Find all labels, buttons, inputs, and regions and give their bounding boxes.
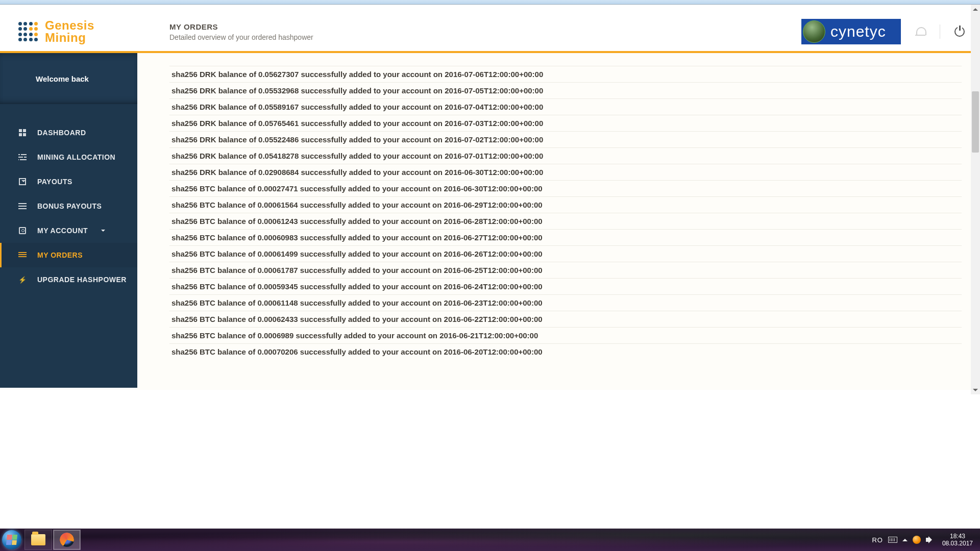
firefox-icon xyxy=(60,533,74,547)
sidebar-item-label: MINING ALLOCATION xyxy=(37,153,115,161)
sidebar-item-my-orders[interactable]: MY ORDERS xyxy=(0,243,137,267)
sliders-icon xyxy=(18,153,27,162)
order-row: sha256 BTC balance of 0.00061148 success… xyxy=(169,294,962,311)
order-row: sha256 BTC balance of 0.00027471 success… xyxy=(169,180,962,196)
order-row: sha256 DRK balance of 0.05418278 success… xyxy=(169,147,962,164)
order-row: sha256 DRK balance of 0.05522486 success… xyxy=(169,131,962,147)
content: sha256 DRK balance of 0.05627307 success… xyxy=(137,53,980,388)
separator xyxy=(940,24,940,39)
order-row: sha256 BTC balance of 0.00059345 success… xyxy=(169,278,962,294)
sidebar-item-label: BONUS PAYOUTS xyxy=(37,202,102,210)
page-subtitle: Detailed overview of your ordered hashpo… xyxy=(169,33,313,41)
order-row: sha256 BTC balance of 0.00062433 success… xyxy=(169,311,962,327)
header-title-block: MY ORDERS Detailed overview of your orde… xyxy=(169,22,313,41)
windows-logo-icon xyxy=(2,530,21,549)
order-row: sha256 BTC balance of 0.00061787 success… xyxy=(169,262,962,278)
folder-icon xyxy=(31,534,45,545)
browser-chrome-strip xyxy=(0,0,980,5)
sidebar-item-label: MY ORDERS xyxy=(37,251,83,259)
body: Welcome back DASHBOARD MINING ALLOCATION… xyxy=(0,53,980,388)
header-right: cynetyc xyxy=(801,19,965,44)
volume-icon[interactable] xyxy=(926,536,934,543)
order-row: sha256 DRK balance of 0.05627307 success… xyxy=(169,66,962,82)
sidebar-item-bonus-payouts[interactable]: BONUS PAYOUTS xyxy=(0,194,137,218)
taskbar-background xyxy=(0,529,980,551)
tray-app-icon[interactable] xyxy=(913,536,921,544)
show-hidden-icons[interactable] xyxy=(902,536,908,541)
browser-scrollbar[interactable] xyxy=(971,5,980,394)
clock-time: 18:43 xyxy=(942,533,973,540)
sidebar-item-label: DASHBOARD xyxy=(37,129,86,137)
dashboard-icon xyxy=(18,128,27,137)
order-row: sha256 DRK balance of 0.05765461 success… xyxy=(169,115,962,131)
order-row: sha256 BTC balance of 0.0006989 successf… xyxy=(169,327,962,343)
order-row: sha256 DRK balance of 0.05532968 success… xyxy=(169,82,962,98)
welcome-banner: Welcome back xyxy=(0,53,137,104)
header: Genesis Mining MY ORDERS Detailed overvi… xyxy=(0,12,980,53)
user-icon xyxy=(18,226,27,235)
sidebar-item-label: UPGRADE HASHPOWER xyxy=(37,276,127,284)
sidebar-item-mining-allocation[interactable]: MINING ALLOCATION xyxy=(0,145,137,169)
top-spacer xyxy=(0,5,980,12)
system-tray: RO 18:43 08.03.2017 xyxy=(872,533,980,547)
download-icon xyxy=(18,177,27,186)
logout-power-icon[interactable] xyxy=(954,27,965,37)
scroll-down-button[interactable] xyxy=(971,385,980,394)
user-badge[interactable]: cynetyc xyxy=(801,19,901,44)
chevron-down-icon xyxy=(101,230,105,234)
clock[interactable]: 18:43 08.03.2017 xyxy=(939,533,976,547)
taskbar-item-explorer[interactable] xyxy=(24,530,52,550)
sidebar-item-upgrade-hashpower[interactable]: UPGRADE HASHPOWER xyxy=(0,267,137,292)
clock-date: 08.03.2017 xyxy=(942,540,973,547)
logo-mark-icon xyxy=(18,22,38,41)
windows-taskbar: RO 18:43 08.03.2017 xyxy=(0,529,980,551)
username: cynetyc xyxy=(830,23,886,40)
logo[interactable]: Genesis Mining xyxy=(18,19,166,44)
order-row: sha256 DRK balance of 0.02908684 success… xyxy=(169,164,962,180)
page-title: MY ORDERS xyxy=(169,22,313,31)
list-icon xyxy=(18,202,27,211)
avatar xyxy=(803,20,825,43)
whitespace xyxy=(0,390,980,529)
orders-icon xyxy=(18,251,27,260)
order-row: sha256 BTC balance of 0.00061564 success… xyxy=(169,196,962,213)
order-row: sha256 DRK balance of 0.05589167 success… xyxy=(169,98,962,115)
sidebar-nav: DASHBOARD MINING ALLOCATION PAYOUTS BONU… xyxy=(0,104,137,292)
bolt-icon xyxy=(18,275,27,284)
sidebar-item-label: PAYOUTS xyxy=(37,178,72,186)
start-button[interactable] xyxy=(0,529,23,551)
order-row: sha256 BTC balance of 0.00060983 success… xyxy=(169,229,962,245)
notifications-bell-icon[interactable] xyxy=(915,26,925,37)
scroll-up-button[interactable] xyxy=(971,5,980,14)
sidebar-item-dashboard[interactable]: DASHBOARD xyxy=(0,120,137,145)
logo-text-line1: Genesis xyxy=(45,19,94,32)
page: Genesis Mining MY ORDERS Detailed overvi… xyxy=(0,5,980,390)
logo-text: Genesis Mining xyxy=(45,19,94,44)
order-row: sha256 BTC balance of 0.00061243 success… xyxy=(169,213,962,229)
language-indicator[interactable]: RO xyxy=(872,536,883,544)
scrollbar-thumb[interactable] xyxy=(972,91,979,153)
order-row: sha256 BTC balance of 0.00070206 success… xyxy=(169,343,962,360)
keyboard-icon[interactable] xyxy=(888,537,897,543)
sidebar-item-label: MY ACCOUNT xyxy=(37,227,88,235)
order-list: sha256 DRK balance of 0.05627307 success… xyxy=(169,66,962,360)
sidebar-item-my-account[interactable]: MY ACCOUNT xyxy=(0,218,137,243)
sidebar: Welcome back DASHBOARD MINING ALLOCATION… xyxy=(0,53,137,388)
taskbar-item-firefox[interactable] xyxy=(53,530,81,550)
order-row: sha256 BTC balance of 0.00061499 success… xyxy=(169,245,962,262)
logo-text-line2: Mining xyxy=(45,32,94,44)
sidebar-item-payouts[interactable]: PAYOUTS xyxy=(0,169,137,194)
